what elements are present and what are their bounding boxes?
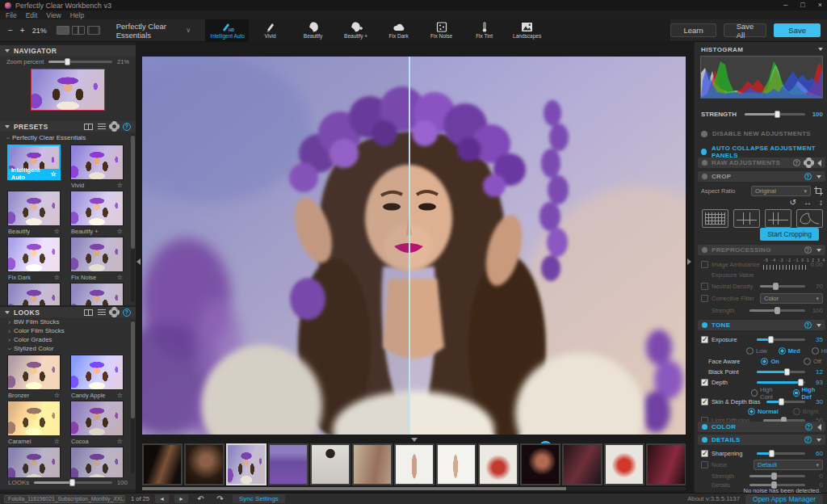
preset-item[interactable]: Beautify + (70, 191, 124, 236)
menu-file[interactable]: File (6, 11, 17, 19)
crop-tool-icon[interactable] (814, 187, 823, 195)
crop-grid-quarters-button[interactable] (765, 209, 791, 228)
filmstrip-thumb[interactable] (394, 443, 434, 485)
filmstrip-thumb[interactable] (478, 443, 518, 485)
toolbar-preset-beautify[interactable]: Beautify (292, 19, 334, 42)
noise-checkbox[interactable] (701, 461, 708, 468)
sync-settings-button[interactable]: Sync Settings (233, 494, 285, 503)
toolbar-preset-vivid[interactable]: Vivid (249, 19, 292, 42)
toolbar-preset-fix-noise[interactable]: Fix Noise (420, 19, 463, 42)
collapse-triangle-icon[interactable] (818, 48, 823, 51)
look-thumbnail[interactable] (70, 355, 124, 390)
flip-horizontal-icon[interactable] (804, 199, 812, 207)
rotate-icon[interactable] (790, 199, 796, 207)
filmstrip-thumb[interactable] (184, 443, 225, 485)
slider-knob[interactable] (773, 283, 779, 290)
collapse-left-icon[interactable] (817, 160, 821, 166)
favorite-star-icon[interactable] (117, 228, 123, 235)
looks-strength-slider[interactable] (34, 481, 111, 484)
face-aware-off[interactable]: Off (804, 358, 821, 365)
preset-thumbnail[interactable] (70, 191, 124, 226)
favorite-star-icon[interactable] (54, 392, 60, 399)
slider-knob[interactable] (69, 479, 75, 486)
favorite-star-icon[interactable] (51, 170, 57, 178)
help-icon[interactable] (123, 309, 131, 317)
toolbar-preset-fix-dark[interactable]: Fix Dark (377, 19, 420, 42)
neutral-density-checkbox[interactable] (701, 283, 708, 290)
minimize-button[interactable]: – (783, 0, 787, 10)
filmstrip-thumb[interactable] (646, 443, 686, 485)
open-apps-manager-button[interactable]: Open Apps Manager (745, 494, 823, 504)
ev-ruler[interactable]: -5 -4 -3 -2 -1 0 1 2 3 4 5 (763, 258, 807, 270)
preset-thumbnail[interactable]: Intelligent Auto (7, 145, 61, 180)
look-item[interactable]: Cocoa (70, 401, 124, 446)
looks-tree-item[interactable]: Color Grades (0, 335, 136, 344)
navigator-thumbnail[interactable] (31, 69, 105, 111)
filmstrip-collapse-icon[interactable] (411, 438, 418, 442)
preset-item[interactable]: Fix Dark (7, 237, 61, 282)
strength-slider[interactable] (745, 113, 805, 116)
gear-icon[interactable] (111, 309, 118, 316)
exposure-checkbox[interactable] (701, 336, 708, 343)
details-header[interactable]: DETAILS (698, 435, 825, 445)
preset-group-row[interactable]: Perfectly Clear Essentials (0, 132, 136, 143)
disable-new-adjustments-toggle[interactable]: DISABLE NEW ADJUSTMENTS (701, 130, 811, 137)
look-item[interactable]: Candy Apple (70, 355, 124, 400)
looks-tree-item[interactable]: BW Film Stocks (0, 317, 136, 326)
collapse-triangle-icon[interactable] (817, 324, 821, 327)
view-side-by-side-button[interactable] (87, 26, 100, 35)
flip-vertical-icon[interactable] (819, 199, 823, 207)
main-photo[interactable] (142, 57, 686, 435)
filmstrip-thumb[interactable] (520, 443, 560, 485)
exposure-mode-high[interactable]: High (812, 347, 827, 355)
depth-checkbox[interactable] (701, 379, 708, 386)
face-aware-on[interactable]: On (761, 358, 779, 365)
image-ambulance-checkbox[interactable] (701, 261, 708, 268)
slider-knob[interactable] (771, 472, 777, 480)
preset-item[interactable] (7, 283, 61, 305)
save-all-button[interactable]: Save All (724, 23, 767, 37)
filmstrip-thumb[interactable] (562, 443, 602, 485)
corrective-filter-select[interactable]: Color (760, 293, 823, 304)
collapse-triangle-icon[interactable] (817, 439, 821, 442)
view-split-button[interactable] (72, 26, 85, 35)
filmstrip-scrollbar[interactable] (142, 487, 686, 490)
crop-grid-spiral-button[interactable] (796, 209, 823, 228)
filename-dropdown[interactable]: Fotolia_116196021_Subscription_Monthly_X… (4, 495, 125, 503)
help-icon[interactable] (123, 123, 131, 131)
preset-thumbnail[interactable] (7, 283, 61, 305)
collapse-right-panel-arrow[interactable] (687, 258, 691, 265)
preset-item[interactable]: Beautify (7, 191, 61, 236)
neutral-density-slider[interactable] (760, 285, 805, 288)
favorite-star-icon[interactable] (54, 228, 60, 235)
presets-header[interactable]: PRESETS (0, 121, 136, 132)
preprocessing-strength-slider[interactable] (749, 309, 805, 312)
slider-knob[interactable] (779, 398, 784, 405)
looks-tree-item[interactable]: Stylized Color (0, 344, 136, 353)
corrective-filter-checkbox[interactable] (701, 295, 708, 302)
noise-select[interactable]: Default (754, 460, 823, 470)
favorite-star-icon[interactable] (117, 274, 123, 281)
exposure-slider[interactable] (757, 338, 805, 341)
crop-grid-thirds-button[interactable] (733, 209, 760, 228)
toolbar-preset-fix-tint[interactable]: Fix Tint (463, 19, 506, 42)
gear-icon[interactable] (805, 159, 812, 166)
undo-button[interactable] (194, 494, 208, 503)
grid-view-icon[interactable] (84, 124, 93, 130)
crop-header[interactable]: CROP (698, 171, 825, 182)
looks-tree-item[interactable]: Color Film Stocks (0, 326, 136, 335)
filmstrip-thumb[interactable] (436, 443, 476, 485)
looks-scrollbar[interactable] (131, 320, 135, 473)
help-icon[interactable] (804, 173, 812, 180)
toolbar-preset-landscapes[interactable]: Landscapes (506, 19, 548, 42)
skin-depth-bias-slider[interactable] (766, 401, 805, 403)
preset-thumbnail[interactable] (7, 237, 61, 272)
noise-details-slider[interactable] (749, 484, 805, 486)
look-thumbnail[interactable] (7, 355, 61, 390)
gear-icon[interactable] (111, 123, 118, 130)
view-single-button[interactable] (57, 26, 69, 35)
slider-knob[interactable] (775, 111, 780, 118)
sharpening-checkbox[interactable] (701, 450, 708, 457)
look-thumbnail[interactable] (70, 401, 124, 436)
preset-item[interactable]: Intelligent Auto (7, 145, 61, 190)
